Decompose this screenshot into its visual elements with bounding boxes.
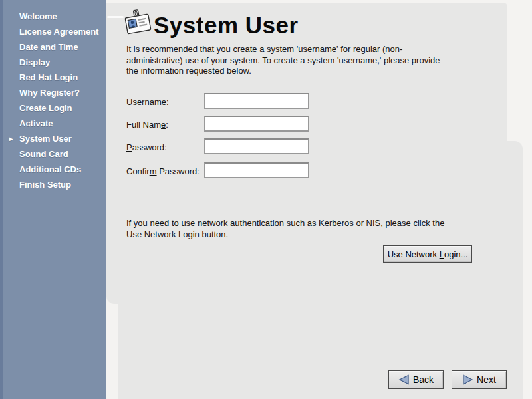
- sidebar-item-additional-cds: Additional CDs: [0, 162, 106, 177]
- sidebar-item-why-register: Why Register?: [0, 85, 106, 100]
- frame-notch: [107, 16, 124, 18]
- step-list: Welcome License Agreement Date and Time …: [0, 9, 106, 192]
- back-button[interactable]: Back: [388, 370, 444, 389]
- page-title: System User: [154, 12, 299, 39]
- active-step-arrow-icon: ▸: [9, 135, 19, 142]
- sidebar-item-label: Why Register?: [19, 88, 80, 98]
- next-button[interactable]: Next: [452, 370, 507, 389]
- next-arrow-icon: [462, 374, 473, 385]
- use-network-login-button[interactable]: Use Network Login...: [383, 245, 472, 263]
- password-field[interactable]: [204, 138, 309, 154]
- sidebar-item-label: Date and Time: [19, 42, 78, 52]
- sidebar-item-activate: Activate: [0, 116, 106, 131]
- sidebar-item-date-and-time: Date and Time: [0, 39, 106, 55]
- sidebar-item-create-login: Create Login: [0, 100, 106, 116]
- sidebar-item-label: License Agreement: [19, 27, 98, 37]
- sidebar: Welcome License Agreement Date and Time …: [0, 0, 106, 399]
- network-auth-note: If you need to use network authenticatio…: [126, 217, 485, 240]
- id-badge-icon: [123, 8, 152, 39]
- sidebar-item-red-hat-login: Red Hat Login: [0, 70, 106, 85]
- sidebar-item-license-agreement: License Agreement: [0, 24, 106, 39]
- sidebar-item-label: Additional CDs: [19, 164, 81, 174]
- sidebar-item-label: Display: [19, 57, 50, 67]
- sidebar-item-label: Activate: [19, 118, 53, 128]
- sidebar-item-label: Welcome: [19, 11, 57, 21]
- confirm-password-label: Confirm Password:: [126, 166, 200, 176]
- back-arrow-icon: [398, 374, 410, 385]
- content-panel-lower: [118, 141, 523, 399]
- intro-text: It is recommended that you create a syst…: [126, 44, 466, 77]
- username-label: Username:: [126, 97, 169, 107]
- sidebar-item-label: Create Login: [19, 103, 72, 113]
- sidebar-item-sound-card: Sound Card: [0, 146, 106, 162]
- sidebar-item-welcome: Welcome: [0, 9, 106, 24]
- sidebar-item-label: Sound Card: [19, 149, 68, 159]
- sidebar-item-label: Red Hat Login: [19, 72, 78, 82]
- full-name-field[interactable]: [204, 116, 309, 132]
- sidebar-item-system-user: ▸System User: [0, 131, 106, 146]
- sidebar-item-label: Finish Setup: [19, 180, 71, 190]
- confirm-password-field[interactable]: [204, 162, 309, 178]
- full-name-label: Full Name:: [126, 120, 168, 130]
- sidebar-item-label: System User: [19, 134, 72, 144]
- sidebar-item-display: Display: [0, 55, 106, 70]
- username-field[interactable]: [204, 93, 309, 109]
- firstboot-window: Welcome License Agreement Date and Time …: [0, 0, 532, 399]
- sidebar-item-finish-setup: Finish Setup: [0, 177, 106, 192]
- password-label: Password:: [126, 142, 167, 152]
